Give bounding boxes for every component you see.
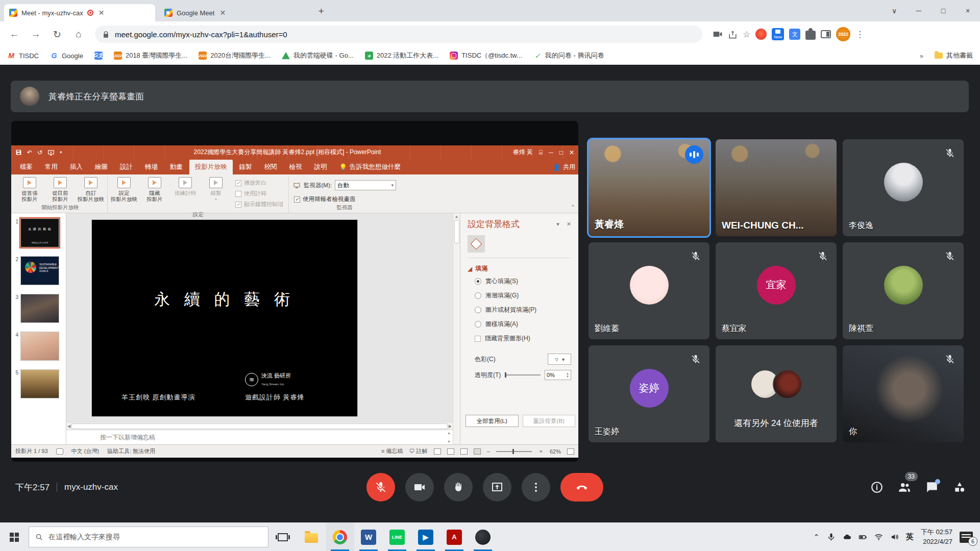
bookmark-2020[interactable]: 20222020台灣國際學生...: [199, 51, 271, 60]
acrobat-button[interactable]: A: [440, 523, 469, 551]
slide-sorter-view-icon[interactable]: [447, 448, 454, 455]
rehearse-timings-button[interactable]: 排練計時: [171, 177, 200, 196]
ribbon-display-options-icon[interactable]: ⌸: [539, 149, 543, 156]
zoom-out-icon[interactable]: −: [487, 448, 490, 455]
reset-background-button[interactable]: 重設背景(B): [523, 415, 576, 427]
slide-thumbnails-panel[interactable]: 1 永 續 的 藝 術遊戲設計師 黃睿烽 2 SUSTAINABLE DEVEL…: [11, 213, 66, 444]
zoom-in-icon[interactable]: ＋: [538, 447, 544, 455]
tab-close-icon[interactable]: ✕: [218, 9, 227, 17]
tab-draw[interactable]: 繪圖: [89, 160, 113, 174]
tell-me-box[interactable]: 💡告訴我您想做什麼: [334, 160, 407, 174]
more-participants-tile[interactable]: 還有另外 24 位使用者: [716, 345, 837, 442]
tab-review[interactable]: 校閱: [259, 160, 283, 174]
bookmark-drive[interactable]: 我的雲端硬碟 - Go...: [282, 51, 354, 60]
meeting-details-icon[interactable]: [870, 480, 884, 494]
normal-view-icon[interactable]: [434, 448, 441, 455]
presenter-view-checkbox[interactable]: 使用簡報者檢視畫面: [291, 195, 356, 203]
color-picker-button[interactable]: 🜄▾: [548, 354, 571, 365]
address-bar[interactable]: meet.google.com/myx-uzhv-cax?pli=1&authu…: [95, 26, 702, 43]
scroll-up-icon[interactable]: ▲: [447, 431, 451, 435]
from-beginning-button[interactable]: 從首張 投影片: [15, 177, 44, 202]
tab-help[interactable]: 說明: [309, 160, 333, 174]
apply-to-all-button[interactable]: 全部套用(L): [465, 415, 519, 427]
present-screen-button[interactable]: [483, 473, 511, 502]
current-slide[interactable]: 永 續 的 藝 術 ≋ 泱流 藝研所Yang Stream Inc. 羊王創映 …: [92, 220, 357, 416]
undo-icon[interactable]: ↶: [27, 149, 32, 156]
accessibility-status[interactable]: 協助工具: 無法使用: [107, 447, 155, 455]
input-language[interactable]: 英: [906, 532, 914, 542]
scroll-up-icon[interactable]: ▲: [455, 214, 459, 219]
tray-mic-icon[interactable]: [827, 533, 836, 541]
camera-in-use-icon[interactable]: [713, 29, 723, 39]
ppt-minimize-icon[interactable]: ─: [549, 149, 553, 156]
taskbar-clock[interactable]: 下午 02:57 2022/4/27: [921, 528, 952, 547]
maximize-button[interactable]: □: [931, 7, 955, 15]
start-button[interactable]: [0, 523, 29, 551]
bookmark-star-icon[interactable]: ☆: [743, 29, 750, 40]
share-button[interactable]: 👤共用: [553, 163, 575, 174]
thumbnail-row[interactable]: 4: [12, 332, 64, 361]
notes-scroll-buttons[interactable]: ▲▼: [447, 431, 451, 443]
thumbnail-row[interactable]: 2 SUSTAINABLE DEVELOPMENT GOALS: [12, 256, 64, 285]
participant-tile-li[interactable]: 李俊逸: [843, 139, 964, 236]
participant-tile-wang[interactable]: 姿婷 王姿婷: [589, 345, 709, 442]
bookmark-sheet[interactable]: ＋2022 活動工作大表...: [365, 51, 438, 60]
battery-icon[interactable]: [859, 533, 867, 541]
split-screen-icon[interactable]: [821, 30, 831, 38]
adblock-extension-icon[interactable]: [755, 29, 767, 40]
leave-call-button[interactable]: [560, 473, 603, 502]
chrome-button[interactable]: [326, 523, 354, 551]
notes-toggle[interactable]: ≡ 備忘稿: [381, 447, 403, 455]
hide-slide-button[interactable]: 隱藏 投影片: [140, 177, 169, 202]
bookmark-instagram[interactable]: TISDC（@tisdc.tw...: [450, 51, 522, 60]
tab-home[interactable]: 常用: [39, 160, 63, 174]
activities-icon[interactable]: [952, 480, 967, 494]
show-media-controls-checkbox[interactable]: 顯示媒體控制項: [235, 201, 283, 208]
slide-2-thumbnail[interactable]: SUSTAINABLE DEVELOPMENT GOALS: [20, 256, 59, 285]
slide-4-thumbnail[interactable]: [20, 332, 59, 361]
from-current-slide-button[interactable]: 從目前 投影片: [46, 177, 75, 202]
back-icon[interactable]: ←: [5, 29, 23, 40]
task-view-button[interactable]: [268, 523, 297, 551]
solid-fill-radio[interactable]: 實心填滿(S): [475, 277, 571, 286]
participants-icon[interactable]: 33: [897, 480, 912, 494]
scroll-left-icon[interactable]: ◀: [67, 424, 70, 429]
thumbnail-row[interactable]: 1 永 續 的 藝 術遊戲設計師 黃睿烽: [12, 218, 64, 247]
start-slideshow-icon[interactable]: [47, 149, 55, 156]
redo-icon[interactable]: ↺: [37, 149, 42, 156]
slide-1-thumbnail[interactable]: 永 續 的 藝 術遊戲設計師 黃睿烽: [20, 218, 59, 247]
participant-tile-huang[interactable]: 黃睿烽: [589, 139, 709, 236]
fit-to-window-icon[interactable]: [567, 448, 574, 455]
slide-canvas[interactable]: 永 續 的 藝 術 ≋ 泱流 藝研所Yang Stream Inc. 羊王創映 …: [66, 213, 453, 422]
tab-animations[interactable]: 動畫: [164, 160, 188, 174]
tab-file[interactable]: 檔案: [14, 160, 38, 174]
steam-button[interactable]: [469, 523, 497, 551]
tab-close-icon[interactable]: ✕: [97, 9, 106, 17]
raise-hand-button[interactable]: [444, 473, 473, 502]
transparency-spinner[interactable]: 0%▲▼: [545, 370, 571, 380]
participant-tile-chen[interactable]: 陳祺萱: [843, 242, 964, 339]
tab-search-icon[interactable]: ∨: [882, 7, 906, 15]
movies-tv-button[interactable]: ▶: [411, 523, 440, 551]
bookmark-tisdc[interactable]: MTISDC: [7, 52, 39, 60]
ppt-close-icon[interactable]: ✕: [569, 149, 574, 156]
zoom-level[interactable]: 62%: [550, 448, 561, 455]
onedrive-icon[interactable]: [843, 533, 851, 541]
scrollbar-thumb[interactable]: [454, 220, 459, 243]
profile-avatar[interactable]: 2022: [836, 27, 850, 41]
zoom-slider[interactable]: [496, 451, 532, 452]
tab-transitions[interactable]: 轉場: [139, 160, 163, 174]
volume-icon[interactable]: [890, 533, 899, 541]
scrollbar-thumb[interactable]: [71, 423, 448, 429]
bookmark-google[interactable]: GGoogle: [50, 52, 83, 60]
thumbnail-row[interactable]: 5: [12, 369, 64, 398]
menu-dots-icon[interactable]: ⋮: [855, 29, 864, 40]
new-tab-button[interactable]: ＋: [316, 6, 326, 15]
ppt-restore-icon[interactable]: □: [559, 149, 563, 156]
mic-toggle-button[interactable]: [366, 473, 395, 502]
thumbnail-row[interactable]: 3: [12, 294, 64, 323]
scroll-down-icon[interactable]: ▼: [447, 440, 451, 443]
language-indicator[interactable]: 中文 (台灣): [71, 447, 99, 455]
slide-5-thumbnail[interactable]: [20, 369, 59, 398]
use-timings-checkbox[interactable]: 使用計時: [235, 190, 283, 197]
